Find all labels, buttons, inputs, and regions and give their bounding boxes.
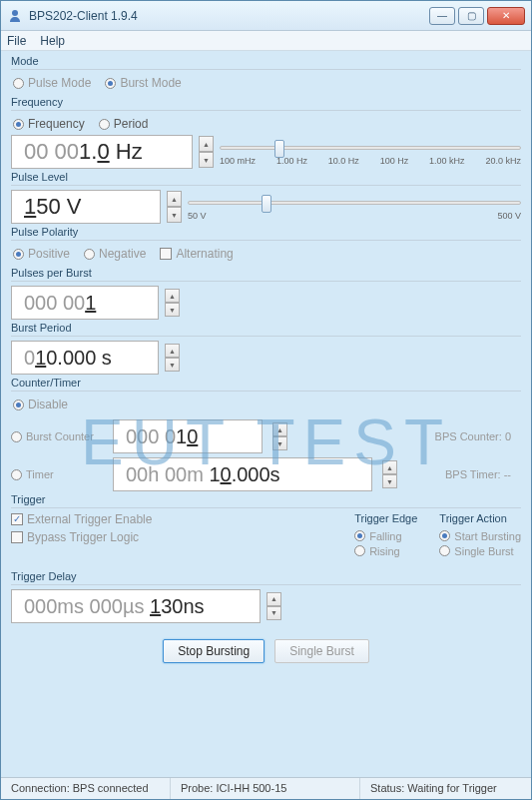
radio-disable[interactable]: Disable: [13, 398, 68, 411]
trigger-delay-value[interactable]: 000ms 000µs 130ns: [11, 589, 261, 623]
chevron-up-icon[interactable]: ▲: [167, 191, 182, 207]
group-burst-period: Burst Period 010.000 s ▲▼: [11, 322, 521, 375]
checkbox-ext-trigger[interactable]: External Trigger Enable: [11, 512, 152, 526]
group-pulses-per-burst: Pulses per Burst 000 001 ▲▼: [11, 267, 521, 320]
radio-burst-mode[interactable]: Burst Mode: [105, 76, 181, 90]
radio-period[interactable]: Period: [99, 117, 149, 131]
pulse-level-slider[interactable]: 50 V500 V: [188, 193, 521, 221]
radio-negative[interactable]: Negative: [84, 247, 146, 261]
trigger-edge-col: Trigger Edge Falling Rising: [354, 512, 417, 560]
radio-falling[interactable]: Falling: [354, 530, 401, 542]
menu-file[interactable]: File: [7, 34, 26, 48]
group-polarity: Pulse Polarity Positive Negative Alterna…: [11, 226, 521, 265]
pulse-level-spinner[interactable]: ▲▼: [167, 191, 182, 223]
bps-counter-label: BPS Counter: 0: [435, 430, 511, 442]
group-mode: Mode Pulse Mode Burst Mode: [11, 55, 521, 94]
chevron-down-icon[interactable]: ▼: [266, 606, 281, 620]
status-status: Status: Waiting for Trigger: [360, 778, 531, 799]
chevron-up-icon[interactable]: ▲: [165, 344, 180, 358]
burst-counter-spinner[interactable]: ▲▼: [272, 422, 287, 450]
chevron-up-icon[interactable]: ▲: [272, 422, 287, 436]
burst-period-spinner[interactable]: ▲▼: [165, 344, 180, 372]
group-frequency: Frequency Frequency Period 00 001.0 Hz ▲…: [11, 96, 521, 169]
chevron-down-icon[interactable]: ▼: [382, 474, 397, 488]
radio-pulse-mode[interactable]: Pulse Mode: [13, 76, 91, 90]
maximize-button[interactable]: ▢: [458, 7, 484, 25]
chevron-up-icon[interactable]: ▲: [266, 592, 281, 606]
menubar: File Help: [1, 31, 531, 51]
window-title: BPS202-Client 1.9.4: [29, 9, 429, 23]
ppb-spinner[interactable]: ▲▼: [165, 289, 180, 317]
chevron-up-icon[interactable]: ▲: [199, 136, 214, 152]
timer-value[interactable]: 00h 00m 10.000s: [113, 457, 372, 491]
checkbox-bypass[interactable]: Bypass Trigger Logic: [11, 530, 139, 544]
polarity-title: Pulse Polarity: [11, 226, 521, 238]
ppb-title: Pulses per Burst: [11, 267, 521, 279]
radio-burst-counter[interactable]: Burst Counter: [11, 430, 103, 442]
minimize-button[interactable]: —: [429, 7, 455, 25]
client-area: Mode Pulse Mode Burst Mode Frequency Fre…: [1, 51, 531, 760]
chevron-down-icon[interactable]: ▼: [199, 152, 214, 168]
timer-spinner[interactable]: ▲▼: [382, 460, 397, 488]
burst-counter-value[interactable]: 000 010: [113, 419, 263, 453]
radio-single-burst-action[interactable]: Single Burst: [439, 545, 513, 557]
status-probe: Probe: ICI-HH 500-15: [171, 778, 360, 799]
titlebar[interactable]: BPS202-Client 1.9.4 — ▢ ✕: [1, 1, 531, 31]
app-icon: [7, 8, 23, 24]
radio-timer[interactable]: Timer: [11, 468, 103, 480]
pulse-level-value[interactable]: 150 V: [11, 190, 161, 224]
chevron-down-icon[interactable]: ▼: [167, 207, 182, 223]
trigger-delay-spinner[interactable]: ▲▼: [266, 592, 281, 620]
menu-help[interactable]: Help: [40, 34, 65, 48]
group-counter-timer: Counter/Timer Disable Burst Counter 000 …: [11, 377, 521, 491]
counter-title: Counter/Timer: [11, 377, 521, 389]
burst-period-value[interactable]: 010.000 s: [11, 341, 159, 375]
chevron-up-icon[interactable]: ▲: [382, 460, 397, 474]
app-window: BPS202-Client 1.9.4 — ▢ ✕ File Help Mode…: [0, 0, 532, 800]
status-bar: Connection: BPS connected Probe: ICI-HH …: [1, 777, 531, 799]
group-pulse-level: Pulse Level 150 V ▲▼ 50 V500 V: [11, 171, 521, 224]
status-connection: Connection: BPS connected: [1, 778, 171, 799]
mode-title: Mode: [11, 55, 521, 67]
chevron-down-icon[interactable]: ▼: [165, 303, 180, 317]
radio-start-bursting[interactable]: Start Bursting: [439, 530, 521, 542]
checkbox-alternating[interactable]: Alternating: [160, 247, 233, 261]
ppb-value[interactable]: 000 001: [11, 286, 159, 320]
radio-rising[interactable]: Rising: [354, 545, 400, 557]
close-button[interactable]: ✕: [487, 7, 525, 25]
frequency-slider[interactable]: 100 mHz 1.00 Hz 10.0 Hz 100 Hz 1.00 kHz …: [220, 138, 521, 166]
radio-frequency[interactable]: Frequency: [13, 117, 85, 131]
chevron-down-icon[interactable]: ▼: [165, 358, 180, 372]
burst-period-title: Burst Period: [11, 322, 521, 334]
chevron-up-icon[interactable]: ▲: [165, 289, 180, 303]
single-burst-button[interactable]: Single Burst: [274, 639, 369, 663]
pulse-level-title: Pulse Level: [11, 171, 521, 183]
trigger-action-col: Trigger Action Start Bursting Single Bur…: [439, 512, 521, 560]
frequency-title: Frequency: [11, 96, 521, 108]
trigger-title: Trigger: [11, 493, 521, 505]
stop-bursting-button[interactable]: Stop Bursting: [163, 639, 265, 663]
frequency-value[interactable]: 00 001.0 Hz: [11, 135, 193, 169]
group-trigger: Trigger External Trigger Enable Bypass T…: [11, 493, 521, 623]
bps-timer-label: BPS Timer: --: [445, 468, 511, 480]
radio-positive[interactable]: Positive: [13, 247, 70, 261]
frequency-spinner[interactable]: ▲▼: [199, 136, 214, 168]
svg-point-0: [12, 10, 18, 16]
chevron-down-icon[interactable]: ▼: [272, 436, 287, 450]
trigger-delay-title: Trigger Delay: [11, 570, 521, 582]
